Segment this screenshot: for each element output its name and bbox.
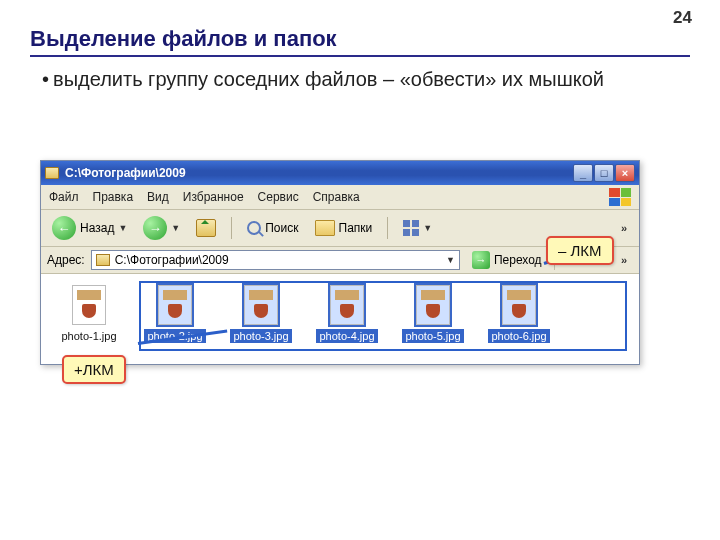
- folder-icon: [96, 254, 110, 266]
- forward-button[interactable]: → ▼: [138, 214, 185, 242]
- search-icon: [247, 221, 261, 235]
- file-item[interactable]: photo-6.jpg: [479, 285, 559, 343]
- folders-label: Папки: [339, 221, 373, 235]
- menu-edit[interactable]: Правка: [93, 190, 134, 204]
- file-name: photo-3.jpg: [230, 329, 291, 343]
- file-pane[interactable]: photo-1.jpgphoto-2.jpgphoto-3.jpgphoto-4…: [41, 274, 639, 364]
- search-button[interactable]: Поиск: [242, 219, 303, 237]
- go-arrow-icon: →: [472, 251, 490, 269]
- file-name: photo-6.jpg: [488, 329, 549, 343]
- up-folder-icon: [196, 219, 216, 237]
- view-mode-button[interactable]: ▼: [398, 218, 437, 238]
- go-label: Переход: [494, 253, 542, 267]
- menu-view[interactable]: Вид: [147, 190, 169, 204]
- maximize-button[interactable]: □: [594, 164, 614, 182]
- folders-button[interactable]: Папки: [310, 218, 378, 238]
- file-name: photo-4.jpg: [316, 329, 377, 343]
- file-thumbnail-icon: [244, 285, 278, 325]
- chevron-down-icon: ▼: [423, 223, 432, 233]
- back-label: Назад: [80, 221, 114, 235]
- menu-file[interactable]: Файл: [49, 190, 79, 204]
- page-title: Выделение файлов и папок: [30, 26, 337, 52]
- callout-press-lmb: +ЛКМ: [62, 355, 126, 384]
- file-thumbnail-icon: [330, 285, 364, 325]
- menu-favorites[interactable]: Избранное: [183, 190, 244, 204]
- file-thumbnail-icon: [158, 285, 192, 325]
- file-item[interactable]: photo-1.jpg: [49, 285, 129, 343]
- file-thumbnail-icon: [72, 285, 106, 325]
- title-rule: [30, 55, 690, 57]
- chevron-down-icon[interactable]: ▼: [446, 255, 455, 265]
- menu-help[interactable]: Справка: [313, 190, 360, 204]
- file-thumbnail-icon: [502, 285, 536, 325]
- toolbar-separator: [231, 217, 232, 239]
- folders-icon: [315, 220, 335, 236]
- forward-arrow-icon: →: [143, 216, 167, 240]
- addrbar-overflow[interactable]: »: [615, 254, 633, 266]
- address-field[interactable]: С:\Фотографии\2009 ▼: [91, 250, 460, 270]
- titlebar[interactable]: C:\Фотографии\2009 _ □ ×: [41, 161, 639, 185]
- minimize-button[interactable]: _: [573, 164, 593, 182]
- search-label: Поиск: [265, 221, 298, 235]
- chevron-down-icon: ▼: [118, 223, 127, 233]
- toolbar-separator: [387, 217, 388, 239]
- file-name: photo-1.jpg: [58, 329, 119, 343]
- close-button[interactable]: ×: [615, 164, 635, 182]
- callout-release-lmb: – ЛКМ: [546, 236, 614, 265]
- file-thumbnail-icon: [416, 285, 450, 325]
- up-button[interactable]: [191, 217, 221, 239]
- file-item[interactable]: photo-4.jpg: [307, 285, 387, 343]
- instruction-text: выделить группу соседних файлов – «обвес…: [42, 66, 680, 92]
- go-button[interactable]: → Переход: [466, 250, 548, 270]
- toolbar-overflow[interactable]: »: [615, 222, 633, 234]
- grid-view-icon: [403, 220, 419, 236]
- file-item[interactable]: photo-5.jpg: [393, 285, 473, 343]
- back-arrow-icon: ←: [52, 216, 76, 240]
- folder-icon: [45, 167, 59, 179]
- menu-tools[interactable]: Сервис: [258, 190, 299, 204]
- back-button[interactable]: ← Назад ▼: [47, 214, 132, 242]
- page-number: 24: [673, 8, 692, 28]
- address-path: С:\Фотографии\2009: [115, 253, 229, 267]
- file-item[interactable]: photo-3.jpg: [221, 285, 301, 343]
- chevron-down-icon: ▼: [171, 223, 180, 233]
- menu-bar: Файл Правка Вид Избранное Сервис Справка: [41, 185, 639, 210]
- file-name: photo-5.jpg: [402, 329, 463, 343]
- address-label: Адрес:: [47, 253, 85, 267]
- window-title: C:\Фотографии\2009: [65, 166, 186, 180]
- windows-logo-icon: [609, 188, 631, 206]
